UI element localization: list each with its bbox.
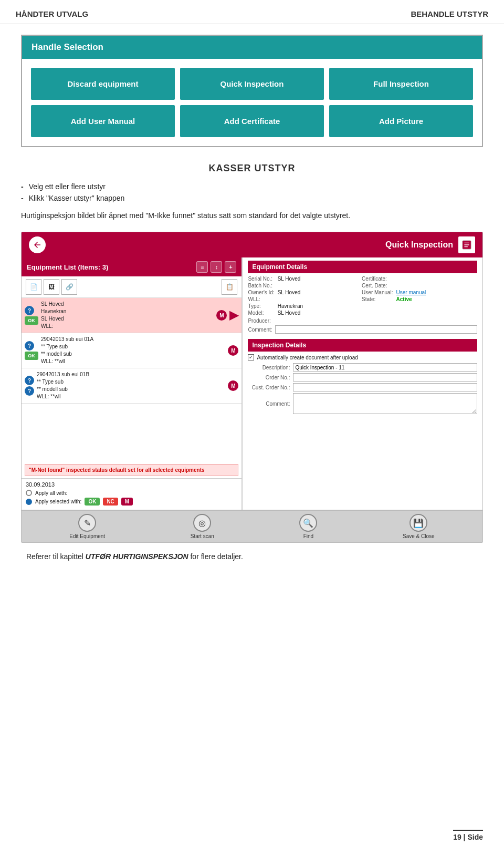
empty-value1: [396, 303, 477, 309]
m-button-1[interactable]: M: [216, 310, 227, 321]
edit-equipment-button[interactable]: ✎ Edit Equipment: [69, 514, 105, 539]
find-label: Find: [303, 533, 313, 539]
start-scan-button[interactable]: ◎ Start scan: [191, 514, 214, 539]
equipment-text-2: 29042013 sub eui 01A ** Type sub ** mode…: [41, 336, 225, 365]
serial-value: SL Hoved: [278, 276, 359, 282]
equipment-item-2[interactable]: ? OK 29042013 sub eui 01A ** Type sub **…: [22, 333, 242, 368]
back-button[interactable]: [29, 236, 46, 253]
status-ok-1[interactable]: OK: [25, 316, 38, 325]
order-no-row: Order No.:: [248, 373, 477, 381]
equipment-items: ? OK SL Hoved Havnekran SL Hoved WLL: M …: [22, 298, 242, 462]
apply-all-row: Apply all with:: [26, 490, 237, 496]
app-footer: ✎ Edit Equipment ◎ Start scan 🔍 Find 💾 S…: [22, 510, 482, 542]
empty-label1: [362, 303, 393, 309]
empty-label2: [362, 310, 393, 316]
photo-icon[interactable]: 🖼: [44, 279, 59, 295]
full-inspection-button[interactable]: Full Inspection: [329, 68, 473, 100]
app-body: Equipment List (Items: 3) ≡ ↕ + 📄 🖼 🔗 📋: [22, 257, 482, 510]
equipment-text-1: SL Hoved Havnekran SL Hoved WLL:: [41, 301, 214, 330]
owner-value: SL Hoved: [278, 290, 359, 295]
auto-create-checkbox[interactable]: ✓: [248, 354, 254, 360]
comment-input-1[interactable]: [275, 325, 477, 334]
apply-m-button[interactable]: M: [121, 498, 133, 506]
add-user-manual-button[interactable]: Add User Manual: [31, 105, 175, 137]
equipment-details-panel: Equipment Details Serial No.: SL Hoved C…: [243, 257, 482, 510]
bottom-suffix: for flere detaljer.: [188, 552, 243, 561]
inspection-section: Inspection Details ✓ Automatically creat…: [243, 339, 482, 419]
apply-ok-button[interactable]: OK: [85, 498, 100, 506]
status-buttons-2: ? OK: [25, 341, 38, 360]
page-header: HÅNDTER UTVALG BEHANDLE UTSTYR: [0, 0, 504, 24]
discard-equipment-button[interactable]: Discard equipment: [31, 68, 175, 100]
apply-section: 30.09.2013 Apply all with: Apply selecte…: [22, 478, 242, 510]
status-q-2[interactable]: ?: [25, 341, 34, 350]
panel-icons: ≡ ↕ +: [196, 261, 236, 273]
save-close-button[interactable]: 💾 Save & Close: [403, 514, 435, 539]
producer-label: Producer:: [248, 318, 270, 324]
apply-all-radio[interactable]: [26, 490, 32, 496]
cust-order-input[interactable]: [293, 383, 477, 391]
handle-selection-box: Handle Selection Discard equipment Quick…: [21, 35, 483, 147]
magnet-icon[interactable]: 🔗: [61, 279, 77, 295]
equipment-item-3[interactable]: ? ? 29042013 sub eui 01B ** Type sub ** …: [22, 368, 242, 404]
equipment-list-title: Equipment List (Items: 3) ≡ ↕ +: [22, 257, 242, 276]
user-manual-label: User Manual:: [362, 290, 393, 295]
equipment-list-panel: Equipment List (Items: 3) ≡ ↕ + 📄 🖼 🔗 📋: [22, 257, 243, 510]
filter-icon-btn[interactable]: ≡: [196, 261, 208, 273]
kasser-section: KASSER UTSTYR Velg ett eller flere utsty…: [21, 163, 483, 221]
apply-nc-button[interactable]: NC: [103, 498, 118, 506]
save-label: Save & Close: [403, 533, 435, 539]
bottom-text: Referer til kapittel UTFØR HURTIGINSPEKS…: [21, 552, 483, 561]
scan-icon: ◎: [193, 514, 211, 532]
order-no-label: Order No.:: [248, 375, 290, 380]
equipment-text-3: 29042013 sub eui 01B ** Type sub ** mode…: [37, 371, 225, 400]
comment-label-1: Comment:: [248, 327, 272, 333]
m-button-2[interactable]: M: [228, 345, 238, 356]
comment-label-2: Comment:: [248, 401, 290, 407]
kasser-title: KASSER UTSTYR: [21, 163, 483, 174]
status-q-3b[interactable]: ?: [25, 386, 34, 396]
quick-inspection-button[interactable]: Quick Inspection: [180, 68, 324, 100]
comment-row-1: Comment:: [248, 325, 477, 334]
apply-selected-radio[interactable]: [26, 499, 32, 505]
description-input[interactable]: [293, 363, 477, 372]
status-notice: "M-Not found" inspected status default s…: [25, 464, 238, 476]
list-icon[interactable]: 📋: [222, 279, 237, 295]
m-button-3[interactable]: M: [228, 380, 238, 391]
page-number: 19 | Side: [453, 833, 483, 841]
inspection-details-title: Inspection Details: [248, 339, 477, 352]
back-icon: [33, 240, 42, 250]
producer-row: Producer:: [248, 318, 477, 324]
status-q-1[interactable]: ?: [25, 306, 34, 315]
order-no-input[interactable]: [293, 373, 477, 381]
add-picture-button[interactable]: Add Picture: [329, 105, 473, 137]
find-button[interactable]: 🔍 Find: [299, 514, 317, 539]
kasser-description: Hurtiginspeksjon bildet blir åpnet med "…: [21, 210, 483, 221]
sort-icon-btn[interactable]: ↕: [211, 261, 222, 273]
owner-label: Owner's Id:: [248, 290, 274, 295]
status-ok-2[interactable]: OK: [25, 352, 38, 360]
page-header-right: BEHANDLE UTSTYR: [411, 9, 488, 18]
user-manual-link[interactable]: User manual: [396, 290, 477, 295]
handle-selection-grid: Discard equipment Quick Inspection Full …: [22, 59, 482, 146]
equipment-item-1[interactable]: ? OK SL Hoved Havnekran SL Hoved WLL: M …: [22, 298, 242, 333]
apply-date: 30.09.2013: [26, 481, 237, 488]
main-content: Handle Selection Discard equipment Quick…: [0, 24, 504, 576]
model-label: Model:: [248, 310, 274, 316]
add-icon-btn[interactable]: +: [225, 261, 236, 273]
details-section: Equipment Details Serial No.: SL Hoved C…: [243, 257, 482, 339]
type-value: Havnekran: [278, 303, 359, 309]
status-q-3a[interactable]: ?: [25, 376, 34, 385]
cert-label: Certificate:: [362, 276, 393, 282]
comment-textarea[interactable]: [293, 393, 477, 414]
empty-value2: [396, 310, 477, 316]
add-certificate-button[interactable]: Add Certificate: [180, 105, 324, 137]
edit-label: Edit Equipment: [69, 533, 105, 539]
wll-value: [278, 296, 359, 302]
doc-icon[interactable]: 📄: [26, 279, 41, 295]
wll-label: WLL:: [248, 296, 274, 302]
list-item: Klikk "Kasser utstyr" knappen: [21, 194, 483, 202]
cert-date-label: Cert. Date:: [362, 283, 393, 288]
page-header-left: HÅNDTER UTVALG: [16, 9, 88, 18]
model-value: SL Hoved: [278, 310, 359, 316]
